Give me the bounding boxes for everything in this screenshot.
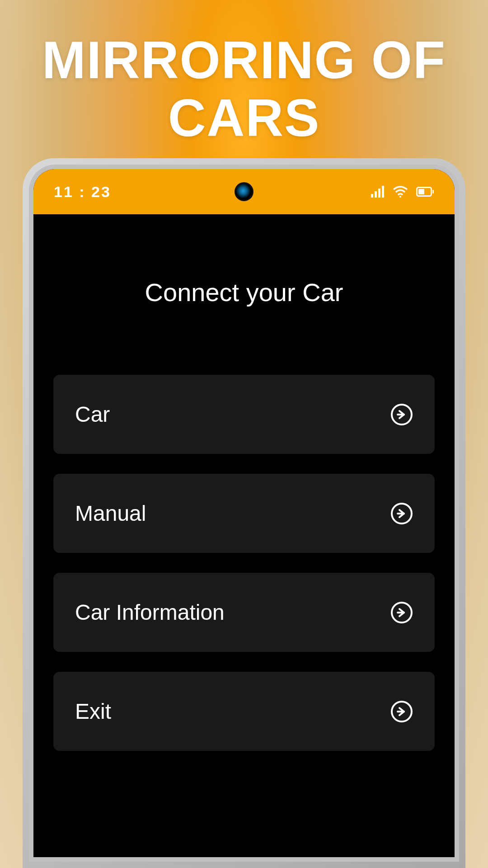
- phone-inner: 11 : 23: [29, 165, 459, 862]
- signal-icon: [371, 186, 385, 198]
- phone-screen: 11 : 23: [33, 169, 455, 857]
- battery-icon: [416, 187, 434, 197]
- menu-list: Car Manual: [53, 375, 435, 751]
- screen-content: Connect your Car Car Man: [33, 278, 455, 751]
- arrow-right-circle-icon: [390, 700, 413, 723]
- svg-point-4: [399, 196, 401, 198]
- svg-rect-1: [375, 191, 377, 198]
- promo-title-line2: CARS: [168, 89, 320, 147]
- arrow-right-circle-icon: [390, 403, 413, 426]
- menu-item-label: Car: [75, 402, 110, 427]
- promo-title-line1: MIRRORING OF: [42, 31, 446, 90]
- svg-rect-6: [432, 190, 434, 193]
- menu-item-car-information[interactable]: Car Information: [53, 573, 435, 652]
- menu-item-manual[interactable]: Manual: [53, 474, 435, 553]
- wifi-icon: [393, 186, 408, 198]
- status-icons: [371, 186, 434, 198]
- menu-item-label: Exit: [75, 699, 111, 724]
- arrow-right-circle-icon: [390, 502, 413, 525]
- menu-item-exit[interactable]: Exit: [53, 672, 435, 751]
- svg-rect-3: [382, 186, 384, 198]
- svg-rect-0: [371, 194, 373, 198]
- menu-item-label: Manual: [75, 501, 146, 526]
- promo-title: MIRRORING OF CARS: [0, 0, 488, 147]
- svg-rect-7: [418, 189, 424, 194]
- menu-item-car[interactable]: Car: [53, 375, 435, 454]
- status-time: 11 : 23: [54, 183, 111, 201]
- screen-title: Connect your Car: [53, 278, 435, 307]
- svg-rect-2: [378, 189, 380, 198]
- arrow-right-circle-icon: [390, 601, 413, 624]
- status-bar: 11 : 23: [33, 169, 455, 214]
- menu-item-label: Car Information: [75, 600, 225, 625]
- phone-frame: 11 : 23: [23, 158, 465, 868]
- camera-notch: [235, 182, 253, 201]
